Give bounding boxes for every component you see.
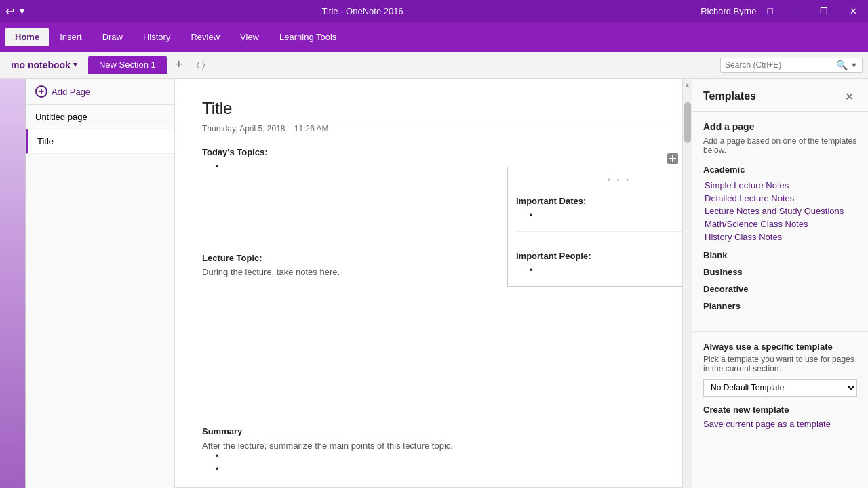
title-bar: ↩ ▾ Title - OneNote 2016 Richard Byrne □…: [0, 0, 868, 22]
page-item-untitled[interactable]: Untitled page: [26, 105, 174, 129]
note-meta: Thursday, April 5, 2018 11:26 AM: [202, 124, 665, 134]
category-decorative: Decorative: [703, 284, 857, 294]
main-layout: + Add Page Untitled page Title Title Thu…: [0, 79, 868, 488]
create-template-title: Create new template: [703, 405, 857, 415]
templates-panel: Templates ✕ Add a page Add a page based …: [692, 79, 868, 488]
scroll-thumb[interactable]: [684, 102, 691, 143]
vertical-scrollbar[interactable]: ▲ ▼: [682, 79, 692, 488]
add-page-icon: +: [35, 85, 47, 98]
search-dropdown-icon[interactable]: ▼: [850, 61, 858, 69]
template-simple-lecture-notes[interactable]: Simple Lecture Notes: [705, 179, 857, 192]
important-dates-header: Important Dates:: [516, 196, 692, 206]
save-template-link[interactable]: Save current page as a template: [703, 419, 831, 429]
drag-handle: • • •: [516, 176, 692, 185]
add-page-label: Add Page: [52, 87, 90, 97]
scroll-up-arrow[interactable]: ▲: [684, 81, 691, 89]
templates-title: Templates: [703, 90, 756, 102]
templates-body: Add a page Add a page based on one of th…: [692, 112, 868, 325]
title-bar-right: Richard Byrne □ — ❐ ✕: [701, 5, 863, 18]
template-lecture-notes-study-questions[interactable]: Lecture Notes and Study Questions: [705, 205, 857, 218]
summary-section: Summary After the lecture, summarize the…: [202, 426, 665, 474]
category-planners: Planners: [703, 301, 857, 311]
left-strip: [0, 79, 26, 488]
default-template-select[interactable]: No Default Template: [703, 379, 857, 396]
close-button[interactable]: ✕: [844, 5, 863, 18]
summary-body: After the lecture, summarize the main po…: [202, 441, 665, 451]
add-page-button[interactable]: + Add Page: [26, 79, 174, 105]
nav-arrow-icon[interactable]: 〈: [197, 60, 199, 70]
important-dates-box[interactable]: • • • Important Dates: + Important Peopl…: [507, 167, 692, 287]
note-time: 11:26 AM: [294, 124, 329, 134]
ribbon: Home Insert Draw History Review View Lea…: [0, 22, 868, 52]
nav-arrow-right-icon[interactable]: 〉: [202, 60, 205, 70]
tab-review[interactable]: Review: [181, 28, 229, 46]
note-content: Title Thursday, April 5, 2018 11:26 AM T…: [175, 79, 692, 488]
page-item-title[interactable]: Title: [26, 129, 174, 154]
note-title[interactable]: Title: [202, 99, 665, 121]
templates-close-button[interactable]: ✕: [841, 88, 857, 104]
category-business: Business: [703, 267, 857, 277]
templates-add-title: Add a page: [703, 121, 857, 132]
notebook-label[interactable]: mo notebook ▾: [5, 57, 83, 73]
tab-insert[interactable]: Insert: [50, 28, 92, 46]
category-blank: Blank: [703, 250, 857, 260]
summary-bullet-2: [216, 464, 665, 474]
templates-desc: Add a page based on one of the templates…: [703, 136, 857, 155]
undo-icon[interactable]: ↩: [5, 5, 14, 18]
title-bar-left: ↩ ▾: [5, 5, 24, 18]
search-icon[interactable]: 🔍: [836, 60, 848, 70]
expand-button[interactable]: [667, 153, 678, 166]
template-math-science-class-notes[interactable]: Math/Science Class Notes: [705, 218, 857, 230]
always-use-label: Always use a specific template: [703, 342, 857, 352]
minimize-button[interactable]: —: [784, 5, 804, 18]
category-academic: Academic: [703, 165, 857, 175]
always-use-desc: Pick a template you want to use for page…: [703, 354, 857, 373]
restore-button[interactable]: ❐: [814, 5, 833, 18]
important-people-bullet: [530, 265, 692, 275]
important-people-header: Important People:: [516, 251, 692, 261]
template-detailed-lecture-notes[interactable]: Detailed Lecture Notes: [705, 192, 857, 205]
templates-footer: Always use a specific template Pick a te…: [692, 331, 868, 439]
note-date: Thursday, April 5, 2018: [202, 124, 285, 134]
search-input[interactable]: [725, 60, 833, 70]
tab-history[interactable]: History: [134, 28, 180, 46]
notebook-dropdown-icon[interactable]: ▾: [73, 60, 77, 69]
templates-header: Templates ✕: [692, 79, 868, 112]
topics-label: Today's Topics:: [202, 147, 665, 157]
note-area-wrapper: Title Thursday, April 5, 2018 11:26 AM T…: [175, 79, 692, 488]
ribbon-display-icon[interactable]: □: [768, 5, 773, 16]
nav-bar: mo notebook ▾ New Section 1 + 〈 〉 🔍 ▼: [0, 52, 868, 79]
add-section-button[interactable]: +: [170, 56, 189, 75]
tab-draw[interactable]: Draw: [93, 28, 132, 46]
tab-home[interactable]: Home: [5, 28, 49, 46]
tab-learning-tools[interactable]: Learning Tools: [270, 28, 346, 46]
tab-view[interactable]: View: [231, 28, 269, 46]
summary-label: Summary: [202, 426, 665, 436]
important-dates-bullet: [530, 210, 692, 220]
section-tab[interactable]: New Section 1: [88, 56, 167, 74]
page-list: + Add Page Untitled page Title: [26, 79, 175, 488]
template-history-class-notes[interactable]: History Class Notes: [705, 230, 857, 243]
summary-bullet-1: [216, 451, 665, 461]
note-area[interactable]: Title Thursday, April 5, 2018 11:26 AM T…: [175, 79, 692, 488]
customize-icon[interactable]: ▾: [20, 5, 24, 16]
nav-extras: 〈 〉: [197, 60, 205, 70]
app-title: Title - OneNote 2016: [321, 6, 403, 16]
search-box[interactable]: 🔍 ▼: [720, 58, 863, 73]
user-name: Richard Byrne: [701, 6, 756, 16]
